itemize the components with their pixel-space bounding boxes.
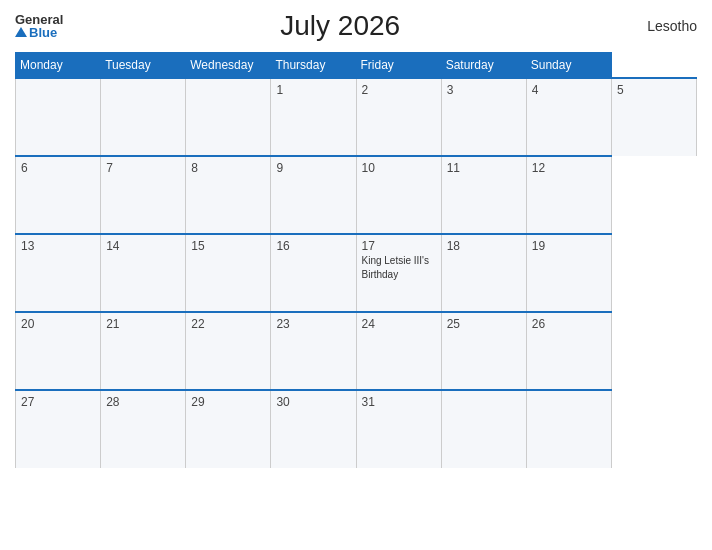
country-label: Lesotho <box>617 18 697 34</box>
page: General Blue July 2026 Lesotho Monday Tu… <box>0 0 712 550</box>
day-number: 16 <box>276 239 350 253</box>
week-row-5: 2728293031 <box>16 390 697 468</box>
cell-w3-d1: 13 <box>16 234 101 312</box>
day-number: 28 <box>106 395 180 409</box>
day-number: 25 <box>447 317 521 331</box>
cell-w5-d3: 29 <box>186 390 271 468</box>
cell-w3-d2: 14 <box>101 234 186 312</box>
day-number: 19 <box>532 239 606 253</box>
cell-w4-d3: 22 <box>186 312 271 390</box>
cell-w1-d5: 2 <box>356 78 441 156</box>
calendar-body: 1234567891011121314151617King Letsie III… <box>16 78 697 468</box>
cell-w5-d6 <box>441 390 526 468</box>
calendar-title: July 2026 <box>63 10 617 42</box>
day-number: 31 <box>362 395 436 409</box>
header-wednesday: Wednesday <box>186 53 271 79</box>
cell-w5-d5: 31 <box>356 390 441 468</box>
logo-blue-text: Blue <box>29 26 57 39</box>
header-saturday: Saturday <box>441 53 526 79</box>
day-number: 2 <box>362 83 436 97</box>
day-number: 9 <box>276 161 350 175</box>
day-number: 11 <box>447 161 521 175</box>
day-number: 12 <box>532 161 606 175</box>
cell-w1-d8: 5 <box>611 78 696 156</box>
cell-w4-d2: 21 <box>101 312 186 390</box>
cell-w5-d2: 28 <box>101 390 186 468</box>
cell-w3-d3: 15 <box>186 234 271 312</box>
cell-w3-d5: 17King Letsie III's Birthday <box>356 234 441 312</box>
header-thursday: Thursday <box>271 53 356 79</box>
header-tuesday: Tuesday <box>101 53 186 79</box>
day-number: 29 <box>191 395 265 409</box>
cell-w2-d1: 6 <box>16 156 101 234</box>
day-number: 8 <box>191 161 265 175</box>
cell-w5-d1: 27 <box>16 390 101 468</box>
cell-w3-d6: 18 <box>441 234 526 312</box>
day-number: 15 <box>191 239 265 253</box>
cell-w1-d3 <box>186 78 271 156</box>
cell-w2-d4: 9 <box>271 156 356 234</box>
cell-w2-d7: 12 <box>526 156 611 234</box>
cell-w1-d2 <box>101 78 186 156</box>
cell-w2-d2: 7 <box>101 156 186 234</box>
day-number: 14 <box>106 239 180 253</box>
day-number: 5 <box>617 83 691 97</box>
cell-w5-d4: 30 <box>271 390 356 468</box>
header-sunday: Sunday <box>526 53 611 79</box>
day-number: 27 <box>21 395 95 409</box>
logo-triangle-icon <box>15 27 27 37</box>
header-friday: Friday <box>356 53 441 79</box>
cell-w2-d5: 10 <box>356 156 441 234</box>
cell-w4-d6: 25 <box>441 312 526 390</box>
day-number: 10 <box>362 161 436 175</box>
cell-w3-d7: 19 <box>526 234 611 312</box>
event-label: King Letsie III's Birthday <box>362 255 430 280</box>
day-number: 4 <box>532 83 606 97</box>
day-number: 17 <box>362 239 436 253</box>
day-number: 6 <box>21 161 95 175</box>
cell-w1-d1 <box>16 78 101 156</box>
logo: General Blue <box>15 13 63 39</box>
day-number: 3 <box>447 83 521 97</box>
day-number: 20 <box>21 317 95 331</box>
cell-w4-d5: 24 <box>356 312 441 390</box>
cell-w1-d7: 4 <box>526 78 611 156</box>
day-number: 18 <box>447 239 521 253</box>
calendar-header: Monday Tuesday Wednesday Thursday Friday… <box>16 53 697 79</box>
day-number: 21 <box>106 317 180 331</box>
day-number: 22 <box>191 317 265 331</box>
cell-w2-d3: 8 <box>186 156 271 234</box>
day-number: 26 <box>532 317 606 331</box>
cell-w1-d6: 3 <box>441 78 526 156</box>
day-number: 24 <box>362 317 436 331</box>
day-number: 1 <box>276 83 350 97</box>
week-row-2: 6789101112 <box>16 156 697 234</box>
logo-blue-container: Blue <box>15 26 57 39</box>
cell-w5-d7 <box>526 390 611 468</box>
day-number: 7 <box>106 161 180 175</box>
day-number: 23 <box>276 317 350 331</box>
cell-w2-d6: 11 <box>441 156 526 234</box>
cell-w4-d4: 23 <box>271 312 356 390</box>
day-number: 30 <box>276 395 350 409</box>
week-row-1: 12345 <box>16 78 697 156</box>
week-row-3: 1314151617King Letsie III's Birthday1819 <box>16 234 697 312</box>
calendar-table: Monday Tuesday Wednesday Thursday Friday… <box>15 52 697 468</box>
cell-w1-d4: 1 <box>271 78 356 156</box>
header: General Blue July 2026 Lesotho <box>15 10 697 42</box>
day-number: 13 <box>21 239 95 253</box>
week-row-4: 20212223242526 <box>16 312 697 390</box>
days-header-row: Monday Tuesday Wednesday Thursday Friday… <box>16 53 697 79</box>
header-monday: Monday <box>16 53 101 79</box>
cell-w4-d7: 26 <box>526 312 611 390</box>
cell-w3-d4: 16 <box>271 234 356 312</box>
cell-w4-d1: 20 <box>16 312 101 390</box>
